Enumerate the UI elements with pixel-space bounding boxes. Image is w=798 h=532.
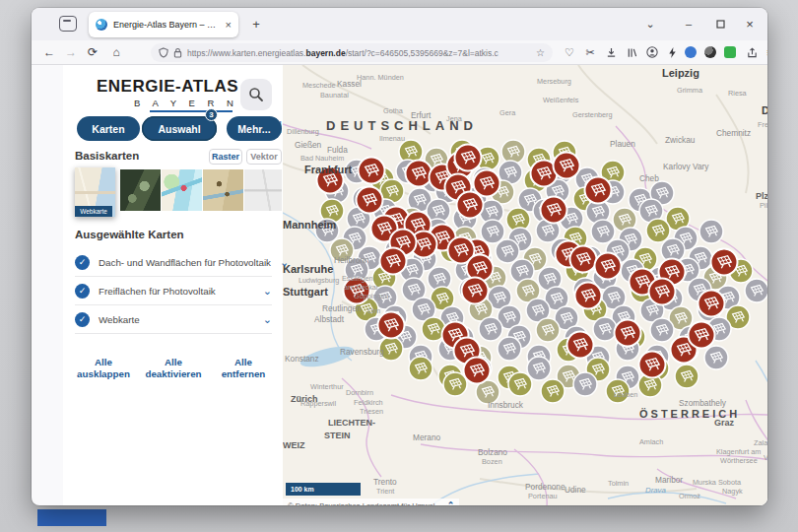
- chevron-down-icon[interactable]: ⌄: [263, 313, 272, 326]
- thumbnail-webkarte[interactable]: Webkarte: [75, 167, 115, 217]
- pv-cluster-marker[interactable]: [699, 220, 723, 243]
- action-link[interactable]: Alle entfernen: [209, 357, 278, 380]
- screenshot-icon[interactable]: ✂: [580, 42, 600, 62]
- pv-cluster-marker[interactable]: [591, 220, 615, 243]
- lock-icon[interactable]: [173, 47, 182, 58]
- pv-cluster-marker[interactable]: [496, 239, 519, 263]
- forward-icon[interactable]: →: [61, 42, 81, 62]
- pv-cluster-marker[interactable]: [481, 220, 504, 243]
- pv-cluster-marker[interactable]: [406, 161, 432, 187]
- pv-cluster-marker[interactable]: [479, 317, 502, 341]
- account-icon[interactable]: [642, 42, 662, 62]
- chevron-down-icon[interactable]: ⌄: [263, 285, 272, 298]
- pv-cluster-marker[interactable]: [380, 248, 407, 275]
- pv-cluster-marker[interactable]: [462, 278, 489, 304]
- window-maximize-button[interactable]: [704, 8, 736, 40]
- green-extension-icon[interactable]: [720, 42, 740, 62]
- reload-icon[interactable]: ⟳: [83, 42, 102, 62]
- downloads-icon[interactable]: [601, 42, 621, 62]
- auswahl-button[interactable]: Auswahl: [142, 116, 217, 141]
- pv-cluster-marker[interactable]: [689, 322, 715, 349]
- map-place-label: Nagyk: [722, 487, 743, 496]
- blue-extension-icon[interactable]: [681, 42, 700, 62]
- bookmark-star-icon[interactable]: ☆: [536, 47, 545, 58]
- check-icon[interactable]: ✓: [75, 312, 90, 327]
- thumbnail-topokarte[interactable]: [162, 169, 202, 211]
- pv-cluster-marker[interactable]: [455, 145, 482, 171]
- dark-extension-icon[interactable]: [700, 42, 720, 62]
- search-button[interactable]: [240, 79, 272, 110]
- window-minimize-button[interactable]: –: [673, 8, 704, 40]
- map-place-label: STEIN: [324, 431, 351, 440]
- pv-cluster-marker[interactable]: [359, 158, 385, 184]
- selected-map-row[interactable]: ✓Dach- und Wandflächen für Photovoltaik⌄: [75, 248, 272, 277]
- pv-cluster-marker[interactable]: [443, 372, 467, 396]
- pv-cluster-marker[interactable]: [567, 332, 594, 359]
- pv-cluster-marker[interactable]: [585, 177, 612, 204]
- chevron-down-icon[interactable]: ⌄: [280, 256, 289, 269]
- pv-cluster-marker[interactable]: [464, 358, 491, 384]
- new-tab-button[interactable]: +: [246, 15, 266, 34]
- lightning-extension-icon[interactable]: [662, 42, 682, 62]
- pv-cluster-marker[interactable]: [498, 337, 521, 361]
- pv-cluster-marker[interactable]: [474, 170, 500, 197]
- pv-cluster-marker[interactable]: [704, 346, 728, 369]
- home-icon[interactable]: ⌂: [106, 42, 126, 62]
- browser-tab[interactable]: Energie-Atlas Bayern – der Karten ×: [89, 12, 238, 37]
- pv-cluster-marker[interactable]: [573, 372, 597, 396]
- map-canvas[interactable]: MeschedeKasselHann. MündenMerseburgLeipz…: [283, 65, 767, 505]
- pv-cluster-marker[interactable]: [595, 253, 622, 280]
- chevron-up-icon[interactable]: ⌃: [447, 500, 455, 505]
- raster-toggle[interactable]: Raster: [209, 149, 242, 165]
- action-link[interactable]: Alle deaktivieren: [139, 357, 208, 380]
- pv-cluster-marker[interactable]: [357, 187, 383, 214]
- pv-cluster-marker[interactable]: [745, 279, 767, 302]
- pv-cluster-marker[interactable]: [698, 291, 725, 317]
- firefox-view-icon[interactable]: [59, 16, 77, 32]
- tab-close-icon[interactable]: ×: [226, 19, 232, 31]
- pv-cluster-marker[interactable]: [457, 192, 484, 219]
- map-place-label: Maribor: [655, 475, 683, 485]
- pv-cluster-marker[interactable]: [711, 249, 738, 276]
- pv-cluster-marker[interactable]: [639, 352, 666, 378]
- pv-cluster-marker[interactable]: [649, 279, 676, 305]
- pv-cluster-marker[interactable]: [593, 317, 617, 341]
- check-icon[interactable]: ✓: [75, 284, 90, 299]
- app-logo: ENERGIE-ATLAS B A Y E R N: [89, 77, 246, 112]
- pv-cluster-marker[interactable]: [615, 320, 641, 347]
- menu-icon[interactable]: ≡: [761, 42, 767, 62]
- pv-cluster-marker[interactable]: [409, 357, 432, 380]
- pv-cluster-marker[interactable]: [541, 197, 567, 224]
- pv-cluster-marker[interactable]: [554, 153, 580, 179]
- selected-map-row[interactable]: ✓Freiflächen für Photovoltaik⌄: [75, 277, 272, 305]
- mehr-button[interactable]: Mehr...: [227, 116, 282, 141]
- selected-map-row[interactable]: ✓Webkarte⌄: [75, 305, 272, 334]
- action-link[interactable]: Alle ausklappen: [69, 357, 138, 380]
- shield-icon[interactable]: [159, 47, 168, 58]
- tab-list-chevron-icon[interactable]: ⌄: [634, 8, 666, 40]
- vektor-toggle[interactable]: Vektor: [246, 149, 282, 165]
- logo-line2: B A Y E R N: [89, 98, 246, 108]
- url-bar[interactable]: https://www.karten.energieatlas.bayern.d…: [151, 43, 553, 62]
- back-icon[interactable]: ←: [39, 42, 59, 62]
- pv-cluster-marker[interactable]: [570, 246, 597, 273]
- pv-cluster-marker[interactable]: [378, 312, 405, 339]
- check-icon[interactable]: ✓: [75, 255, 90, 270]
- thumbnail-historisch[interactable]: [203, 169, 243, 211]
- pv-cluster-marker[interactable]: [575, 283, 602, 309]
- pv-cluster-marker[interactable]: [646, 219, 670, 242]
- pv-cluster-marker[interactable]: [541, 379, 565, 403]
- karten-button[interactable]: Karten: [77, 116, 140, 141]
- pv-cluster-marker[interactable]: [501, 140, 525, 164]
- share-icon[interactable]: [742, 42, 762, 62]
- window-close-button[interactable]: ×: [734, 8, 765, 40]
- pv-cluster-marker[interactable]: [536, 318, 560, 342]
- pv-cluster-marker[interactable]: [650, 318, 674, 342]
- library-icon[interactable]: [622, 42, 641, 62]
- pv-cluster-marker[interactable]: [508, 372, 532, 396]
- pv-cluster-marker[interactable]: [527, 357, 551, 380]
- thumbnail-graukarte[interactable]: [244, 169, 282, 211]
- pocket-icon[interactable]: ♡: [560, 42, 579, 62]
- pv-cluster-marker[interactable]: [675, 365, 698, 388]
- thumbnail-luftbild[interactable]: [120, 169, 161, 211]
